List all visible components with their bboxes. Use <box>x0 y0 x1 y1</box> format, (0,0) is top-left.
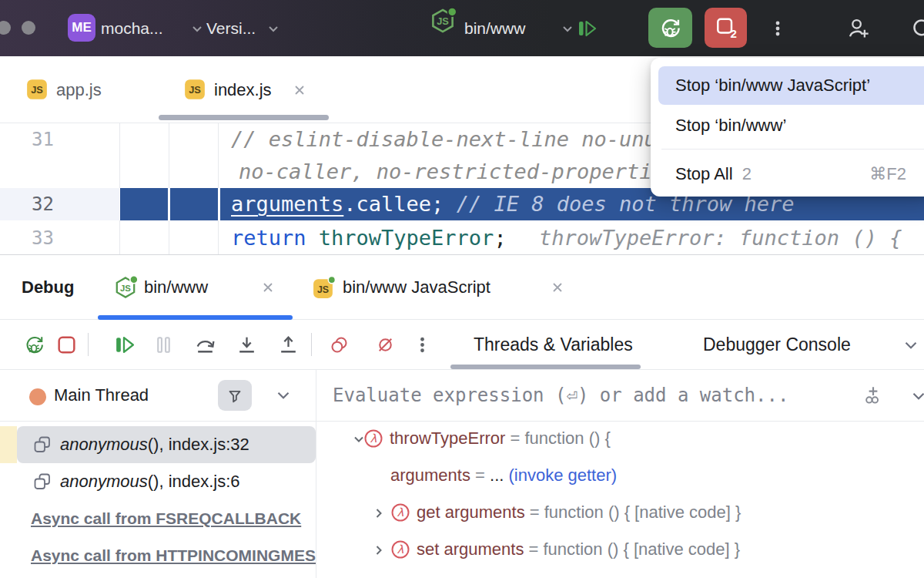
add-watch-icon[interactable] <box>862 385 884 406</box>
equals: = <box>524 539 543 559</box>
frame-row[interactable]: Async call from HTTPINCOMINGMESSAGE <box>0 537 316 574</box>
inline-debugger-hint: throwTypeError: function () { <box>539 222 902 254</box>
svg-text:JS: JS <box>120 284 131 293</box>
vcs-widget[interactable]: Versi... <box>206 0 256 56</box>
chevron-down-icon[interactable] <box>273 385 293 405</box>
tab-label: index.js <box>214 56 272 123</box>
chevron-collapsed-icon[interactable] <box>370 505 387 522</box>
async-call-link[interactable]: Async call from HTTPINCOMINGMESSAGE <box>31 537 316 574</box>
close-icon[interactable] <box>259 279 276 296</box>
line-number[interactable]: 32 <box>0 188 69 220</box>
debug-tab-bin-www-javascript[interactable]: JS bin/www JavaScript <box>312 255 574 320</box>
frame-row[interactable]: anonymous(), index.js:6 <box>0 463 316 500</box>
js-file-icon: JS <box>25 78 49 101</box>
frame-function: anonymous <box>60 472 148 491</box>
chevron-down-icon[interactable] <box>909 386 924 406</box>
frame-label: anonymous(), index.js:32 <box>60 426 249 463</box>
line-number[interactable]: 31 <box>0 123 69 156</box>
stop-icon[interactable] <box>55 334 78 356</box>
filter-frames-button[interactable] <box>218 380 252 411</box>
panel-divider[interactable] <box>316 370 316 578</box>
restart-debugger-icon <box>658 16 682 40</box>
variables-panel: Evaluate expression (⏎) or add a watch..… <box>316 370 924 578</box>
variable-value: function () { [native code] } <box>544 502 742 522</box>
pause-program-icon[interactable] <box>152 334 175 356</box>
chevron-down-icon[interactable] <box>901 335 921 355</box>
popup-item-stop-javascript[interactable]: Stop ‘bin/www JavaScript’ <box>658 66 924 105</box>
stack-frame-icon <box>32 472 52 492</box>
svg-text:JS: JS <box>189 84 201 96</box>
gutter-separator <box>119 123 120 188</box>
tab-threads-variables[interactable]: Threads & Variables <box>474 320 633 369</box>
nodejs-icon: JS <box>113 275 138 300</box>
thread-status-icon <box>29 388 46 405</box>
variable-name: arguments <box>390 465 470 485</box>
tab-index-js[interactable]: JS index.js <box>183 56 330 123</box>
thread-selector[interactable]: Main Thread <box>54 370 149 421</box>
variable-row-clipped[interactable]: caller = (invoke getter) <box>316 568 924 578</box>
lambda-function-icon: λ <box>390 539 410 560</box>
project-widget[interactable]: mocha... <box>101 0 163 56</box>
code-line-31-wrap: no-caller, no-restricted-properties <box>239 156 677 188</box>
toolbar-separator <box>311 333 312 356</box>
mute-breakpoints-icon[interactable] <box>374 334 397 356</box>
stop-icon: 2 <box>715 16 738 39</box>
frame-row[interactable]: Async call from FSREQCALLBACK <box>0 500 316 537</box>
debug-tab-bin-www[interactable]: JS bin/www <box>98 255 293 320</box>
variable-row[interactable]: λ set arguments = function () { [native … <box>316 531 924 568</box>
invoke-getter-link[interactable]: (invoke getter) <box>508 465 617 485</box>
close-icon[interactable] <box>549 279 566 296</box>
svg-text:JS: JS <box>317 284 329 295</box>
frame-function: anonymous <box>60 435 148 454</box>
variable-name: set arguments <box>417 539 524 559</box>
step-into-icon[interactable] <box>236 334 258 356</box>
tab-debugger-console[interactable]: Debugger Console <box>703 320 851 369</box>
gutter-separator <box>169 123 169 188</box>
toolwindow-title[interactable]: Debug <box>22 255 74 320</box>
popup-item-label: Stop All <box>675 164 733 183</box>
tab-app-js[interactable]: JS app.js <box>25 56 149 123</box>
stop-process-popup: Stop ‘bin/www JavaScript’ Stop ‘bin/www’… <box>651 58 924 197</box>
view-breakpoints-icon[interactable] <box>328 334 350 356</box>
window-control-close[interactable] <box>0 21 11 35</box>
variable-row[interactable]: λ throwTypeError = function () { <box>316 420 924 457</box>
nodejs-icon: JS <box>429 7 457 35</box>
rerun-debug-button[interactable] <box>648 8 692 48</box>
popup-item-stop-bin-www[interactable]: Stop ‘bin/www’ <box>658 106 924 145</box>
active-view-tab-underline <box>450 365 641 369</box>
more-menu-icon[interactable] <box>411 334 434 356</box>
popup-item-stop-all[interactable]: Stop All 2 ⌘F2 <box>658 155 924 193</box>
svg-text:λ: λ <box>397 543 404 556</box>
tab-label: bin/www JavaScript <box>343 255 490 320</box>
step-over-icon[interactable] <box>194 334 216 356</box>
popup-item-shortcut: ⌘F2 <box>869 155 906 193</box>
debug-toolwindow-header: Debug JS bin/www JS bin/www JavaScript <box>0 254 924 320</box>
chevron-collapsed-icon[interactable] <box>370 542 387 559</box>
variable-name: throwTypeError <box>390 428 505 448</box>
js-file-icon: JS <box>183 78 206 101</box>
project-icon[interactable]: ME <box>68 14 95 42</box>
add-user-icon[interactable] <box>847 16 872 41</box>
variable-row[interactable]: λ get arguments = function () { [native … <box>316 494 924 531</box>
gutter-separator <box>169 220 169 255</box>
rerun-debug-icon[interactable] <box>23 334 45 356</box>
step-out-icon[interactable] <box>277 334 300 356</box>
search-icon[interactable] <box>910 16 924 41</box>
frame-row-selected[interactable]: anonymous(), index.js:32 <box>0 426 316 463</box>
async-call-link[interactable]: Async call from FSREQCALLBACK <box>31 500 301 537</box>
window-control-minimize[interactable] <box>22 21 35 35</box>
code-text: ; <box>494 226 506 250</box>
variable-name: get arguments <box>417 502 525 522</box>
close-icon[interactable] <box>291 82 308 99</box>
equals: = <box>525 502 544 522</box>
variable-row[interactable]: arguments = ... (invoke getter) <box>316 457 924 494</box>
line-number[interactable]: 33 <box>0 222 69 254</box>
resume-program-icon[interactable] <box>576 18 598 39</box>
stop-sessions-button[interactable]: 2 <box>705 8 747 48</box>
resume-program-icon[interactable] <box>113 334 136 356</box>
run-config-selector[interactable]: bin/www <box>464 0 525 56</box>
evaluate-expression-field[interactable]: Evaluate expression (⏎) or add a watch..… <box>333 370 788 421</box>
gutter-separator <box>218 220 219 255</box>
more-menu-icon[interactable] <box>767 18 788 39</box>
chevron-down-icon <box>189 21 205 36</box>
